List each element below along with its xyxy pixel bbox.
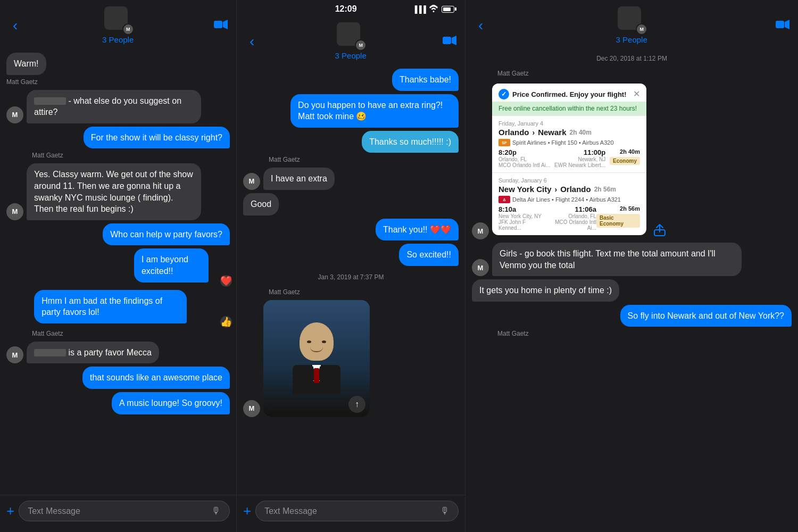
leg1-dep-city: Orlando, FL	[498, 156, 550, 162]
leg1-arr-airport: EWR Newark Libert...	[554, 162, 605, 168]
message-row: A music lounge! So groovy!	[6, 392, 230, 414]
avatar: M	[6, 346, 23, 363]
right-panel: ‹ M 3 People Dec 20, 2018 at 1:12 PM Mat…	[466, 0, 798, 532]
photo-bubble: ↑	[263, 300, 370, 417]
bubble-r2: Girls - go book this flight. Text me the…	[492, 243, 742, 276]
center-header: ‹ M 3 People	[237, 16, 465, 64]
spirit-logo: SP	[498, 139, 510, 146]
flight-leg-1: Friday, January 4 Orlando › Newark 2h 40…	[492, 115, 646, 172]
back-button-left[interactable]: ‹	[9, 15, 22, 36]
message-row: Thanks babe!	[243, 69, 459, 91]
right-header: ‹ M 3 People	[466, 0, 798, 48]
leg1-route: Orlando › Newark 2h 40m	[498, 128, 640, 137]
leg1-from: Orlando	[498, 128, 529, 137]
sender-label-bottom: Matt Gaetz	[497, 330, 792, 337]
center-input-bar: + Text Message 🎙	[237, 495, 465, 532]
leg2-dep-time: 8:10a	[498, 205, 547, 213]
message-row-r4: So fly into Newark and out of New York??	[472, 305, 792, 327]
input-placeholder-center: Text Message	[264, 506, 317, 516]
leg2-from: New York City	[498, 185, 551, 194]
video-button-left[interactable]	[214, 19, 228, 32]
leg2-arr-airport: MCO Orlando Intl Ai...	[547, 219, 596, 231]
message-row-r3: It gets you home in plenty of time :)	[472, 279, 792, 302]
leg1-dep-airport: MCO Orlando Intl Ai...	[498, 162, 550, 168]
message-row: M Yes. Classy warm. We get out of the sh…	[6, 163, 230, 220]
price-confirm: ✓ Price Confirmed. Enjoy your flight!	[498, 89, 627, 99]
video-button-right[interactable]	[776, 19, 789, 32]
share-button-photo[interactable]: ↑	[348, 396, 365, 413]
avatar-r2: M	[472, 259, 489, 276]
svg-marker-1	[223, 20, 228, 29]
leg2-arr-city: Orlando, FL	[547, 213, 596, 219]
bubble: Thanks babe!	[392, 69, 459, 91]
avatar: M	[6, 203, 23, 220]
left-messages: Warm! Matt Gaetz M - what else do you su…	[0, 48, 236, 495]
leg2-class-wrap: 2h 56m Basic Economy	[596, 205, 640, 231]
avatar: M	[6, 106, 23, 123]
message-row: For the show it will be classy right?	[6, 127, 230, 149]
center-messages: Thanks babe! Do you happen to have an ex…	[237, 64, 465, 495]
group-name-left[interactable]: 3 People	[102, 35, 134, 44]
date-divider: Jan 3, 2019 at 7:37 PM	[243, 273, 459, 281]
mic-icon-center[interactable]: 🎙	[440, 505, 450, 517]
group-name-center[interactable]: 3 People	[335, 51, 367, 60]
bubble: Hmm I am bad at the findings of party fa…	[34, 290, 187, 323]
bubble: For the show it will be classy right?	[84, 127, 230, 149]
text-input-center[interactable]: Text Message 🎙	[255, 501, 459, 521]
group-name-right[interactable]: 3 People	[616, 35, 647, 44]
back-button-center[interactable]: ‹	[245, 31, 259, 52]
leg2-date: Sunday, January 6	[498, 177, 640, 184]
signal-icon: ▐▐▐	[412, 5, 426, 13]
message-row: Thank you!! ❤️❤️	[243, 219, 459, 241]
leg2-arr: 11:06a Orlando, FL MCO Orlando Intl Ai..…	[547, 205, 596, 231]
leg2-to: Orlando	[560, 185, 591, 194]
group-avatar-right: M	[618, 6, 645, 34]
avatar-mini-left: M	[122, 23, 134, 35]
input-placeholder-left: Text Message	[28, 506, 80, 516]
leg1-class: Economy	[610, 157, 640, 165]
add-button-left[interactable]: +	[6, 503, 14, 519]
bubble-r3: It gets you home in plenty of time :)	[472, 279, 619, 302]
reaction-badge: ❤️	[219, 274, 233, 288]
avatar-mini-center: M	[355, 39, 367, 51]
close-button[interactable]: ✕	[633, 89, 640, 99]
bubble: I have an extra	[263, 168, 335, 190]
leg1-arr-city: Newark, NJ	[554, 156, 605, 162]
back-button-right[interactable]: ‹	[474, 15, 487, 36]
leg2-duration-2: 2h 56m	[620, 205, 640, 212]
bubble: Warm!	[6, 53, 46, 75]
bubble: - what else do you suggest on attire?	[27, 90, 201, 123]
share-button-flight[interactable]	[654, 222, 666, 239]
mic-icon-left[interactable]: 🎙	[211, 505, 221, 517]
svg-rect-0	[214, 21, 222, 28]
right-messages: Dec 20, 2018 at 1:12 PM Matt Gaetz M ✓ P…	[466, 48, 798, 532]
message-row: Good	[243, 193, 459, 215]
bubble-r4: So fly into Newark and out of New York??	[620, 305, 792, 327]
center-panel: 12:09 ▐▐▐ ‹ M 3 People	[237, 0, 466, 532]
bubble: Thank you!! ❤️❤️	[376, 219, 459, 241]
svg-marker-5	[785, 20, 789, 29]
leg2-dep: 8:10a New York City, NY JFK John F Kenne…	[498, 205, 547, 231]
video-button-center[interactable]	[443, 35, 456, 48]
bubble: Do you happen to have an extra ring?! Ma…	[290, 94, 459, 128]
bubble: is a party favor Mecca	[27, 342, 159, 364]
message-row: Do you happen to have an extra ring?! Ma…	[243, 94, 459, 128]
wifi-icon	[429, 5, 438, 14]
message-row: M	[243, 300, 459, 417]
message-row: that sounds like an awesome place	[6, 367, 230, 389]
message-row: M is a party favor Mecca	[6, 342, 230, 364]
text-input-left[interactable]: Text Message 🎙	[19, 501, 230, 521]
sender-label: Matt Gaetz	[6, 78, 230, 86]
leg1-dep-time: 8:20p	[498, 148, 550, 156]
status-icons: ▐▐▐	[412, 5, 454, 14]
battery-icon	[442, 6, 454, 13]
leg1-airline-row: SP Spirit Airlines • Flight 150 • Airbus…	[498, 139, 640, 146]
message-row: Hmm I am bad at the findings of party fa…	[6, 290, 230, 323]
reaction-badge: 👍	[219, 315, 233, 329]
delta-logo: Δ	[498, 196, 510, 203]
leg1-duration-2: 2h 40m	[620, 148, 640, 155]
leg1-duration: 2h 40m	[570, 129, 592, 136]
sender-label: Matt Gaetz	[32, 152, 230, 159]
add-button-center[interactable]: +	[243, 503, 251, 519]
flight-message-row: M ✓ Price Confirmed. Enjoy your flight! …	[472, 81, 792, 239]
